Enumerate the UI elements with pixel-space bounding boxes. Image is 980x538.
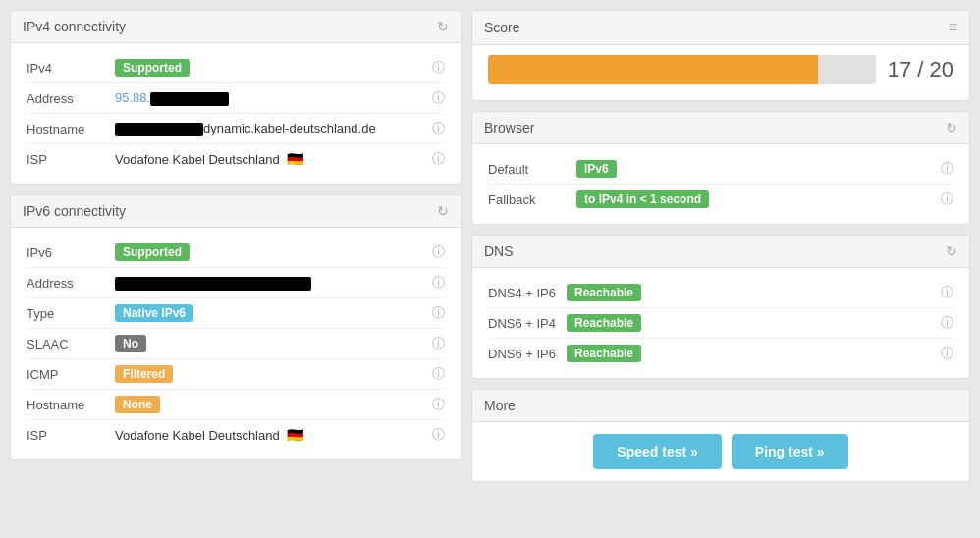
- ipv6-isp-value: Vodafone Kabel Deutschland 🇩🇪: [115, 427, 424, 443]
- browser-default-badge: IPv6: [576, 160, 617, 178]
- table-row: Fallback to IPv4 in < 1 second ⓘ: [488, 185, 953, 214]
- dns6-ip6-help[interactable]: ⓘ: [941, 345, 953, 362]
- dns6-ip6-badge: Reachable: [567, 345, 641, 362]
- table-row: Address ⓘ: [27, 268, 445, 298]
- ipv4-address-redacted: [150, 92, 229, 106]
- ipv4-address-partial: 95.88.: [115, 90, 150, 105]
- score-bar-fill: [488, 55, 818, 84]
- ipv6-title: IPv6 connectivity: [23, 203, 126, 219]
- browser-refresh-icon[interactable]: ↻: [946, 120, 957, 135]
- table-row: ISP Vodafone Kabel Deutschland 🇩🇪 ⓘ: [27, 144, 445, 174]
- ipv6-hostname-label: Hostname: [27, 398, 115, 412]
- ipv4-hostname-help[interactable]: ⓘ: [432, 120, 445, 137]
- ipv6-body: IPv6 Supported ⓘ Address ⓘ Type: [11, 228, 461, 459]
- ipv6-hostname-help[interactable]: ⓘ: [432, 396, 445, 413]
- ipv6-icmp-badge: Filtered: [115, 365, 173, 383]
- dns6-ip4-value: Reachable: [567, 314, 933, 332]
- dns6-ip6-label: DNS6 + IP6: [488, 347, 567, 361]
- ipv4-address-value: 95.88.: [115, 90, 424, 106]
- browser-body: Default IPv6 ⓘ Fallback to IPv4 in < 1 s…: [472, 144, 969, 224]
- germany-flag-icon: 🇩🇪: [287, 151, 303, 167]
- score-header: Score ≡: [472, 11, 969, 45]
- ipv6-ipv6-label: IPv6: [27, 245, 115, 260]
- left-column: IPv4 connectivity ↻ IPv4 Supported ⓘ Add…: [10, 10, 462, 482]
- ipv4-address-help[interactable]: ⓘ: [432, 89, 445, 107]
- ipv6-hostname-badge: None: [115, 396, 160, 413]
- browser-default-label: Default: [488, 162, 576, 177]
- ipv4-isp-label: ISP: [27, 152, 115, 167]
- germany-flag-icon2: 🇩🇪: [287, 427, 303, 443]
- ipv6-slaac-value: No: [115, 335, 424, 352]
- ipv4-refresh-icon[interactable]: ↻: [437, 19, 449, 34]
- score-list-icon[interactable]: ≡: [949, 19, 957, 36]
- browser-default-value: IPv6: [576, 160, 933, 178]
- ipv6-type-help[interactable]: ⓘ: [432, 304, 445, 322]
- ipv6-type-value: Native IPv6: [115, 304, 424, 322]
- score-bar-track: [488, 55, 876, 84]
- ipv6-slaac-help[interactable]: ⓘ: [432, 335, 445, 352]
- table-row: Default IPv6 ⓘ: [488, 154, 953, 185]
- ipv6-address-redacted: [115, 277, 311, 291]
- score-bar-container: 17 / 20: [472, 45, 969, 100]
- ipv6-slaac-badge: No: [115, 335, 146, 352]
- table-row: IPv4 Supported ⓘ: [27, 53, 445, 83]
- main-layout: IPv4 connectivity ↻ IPv4 Supported ⓘ Add…: [10, 10, 970, 482]
- ipv6-icmp-label: ICMP: [27, 367, 115, 382]
- table-row: ISP Vodafone Kabel Deutschland 🇩🇪 ⓘ: [27, 420, 445, 450]
- dns6-ip6-value: Reachable: [567, 345, 933, 362]
- ipv6-isp-label: ISP: [27, 428, 115, 443]
- table-row: Type Native IPv6 ⓘ: [27, 298, 445, 329]
- ipv6-type-badge: Native IPv6: [115, 304, 193, 322]
- dns4-ip6-help[interactable]: ⓘ: [941, 284, 953, 301]
- dns-card: DNS ↻ DNS4 + IP6 Reachable ⓘ DNS6 + IP4 …: [471, 235, 970, 379]
- ping-test-button[interactable]: Ping test »: [732, 434, 848, 469]
- ipv6-header: IPv6 connectivity ↻: [11, 195, 461, 228]
- speed-test-button[interactable]: Speed test »: [593, 434, 721, 469]
- ipv6-card: IPv6 connectivity ↻ IPv6 Supported ⓘ Add…: [10, 194, 462, 460]
- more-header: More: [472, 390, 969, 422]
- table-row: DNS6 + IP4 Reachable ⓘ: [488, 308, 953, 339]
- ipv4-ipv4-label: IPv4: [27, 61, 115, 76]
- ipv6-ipv6-help[interactable]: ⓘ: [432, 243, 445, 261]
- browser-fallback-badge: to IPv4 in < 1 second: [576, 190, 709, 208]
- ipv6-address-value: [115, 275, 424, 291]
- dns4-ip6-badge: Reachable: [567, 284, 641, 301]
- browser-fallback-help[interactable]: ⓘ: [941, 190, 953, 208]
- ipv6-address-help[interactable]: ⓘ: [432, 274, 445, 292]
- ipv4-header: IPv4 connectivity ↻: [11, 11, 461, 43]
- dns-body: DNS4 + IP6 Reachable ⓘ DNS6 + IP4 Reacha…: [472, 268, 969, 378]
- ipv6-slaac-label: SLAAC: [27, 337, 115, 351]
- ipv6-ipv6-value: Supported: [115, 243, 424, 261]
- ipv6-address-label: Address: [27, 276, 115, 291]
- ipv4-isp-value: Vodafone Kabel Deutschland 🇩🇪: [115, 151, 424, 167]
- right-column: Score ≡ 17 / 20 Browser ↻ Default: [471, 10, 970, 482]
- ipv4-ipv4-help[interactable]: ⓘ: [432, 59, 445, 77]
- ipv4-ipv4-value: Supported: [115, 59, 424, 77]
- ipv6-refresh-icon[interactable]: ↻: [437, 203, 449, 219]
- ipv4-card: IPv4 connectivity ↻ IPv4 Supported ⓘ Add…: [10, 10, 462, 185]
- ipv6-isp-help[interactable]: ⓘ: [432, 426, 445, 444]
- ipv4-supported-badge: Supported: [115, 59, 190, 77]
- dns6-ip4-label: DNS6 + IP4: [488, 316, 567, 331]
- browser-fallback-label: Fallback: [488, 192, 576, 207]
- ipv4-hostname-redacted: [115, 123, 203, 136]
- table-row: Hostname dynamic.kabel-deutschland.de ⓘ: [27, 114, 445, 144]
- browser-default-help[interactable]: ⓘ: [941, 160, 953, 178]
- ipv4-isp-help[interactable]: ⓘ: [432, 150, 445, 168]
- score-title: Score: [484, 20, 520, 35]
- table-row: DNS6 + IP6 Reachable ⓘ: [488, 339, 953, 368]
- ipv4-hostname-label: Hostname: [27, 122, 115, 136]
- dns-title: DNS: [484, 243, 514, 259]
- more-card: More Speed test » Ping test »: [471, 389, 970, 482]
- ipv6-hostname-value: None: [115, 396, 424, 413]
- dns-refresh-icon[interactable]: ↻: [946, 243, 957, 259]
- ipv6-supported-badge: Supported: [115, 243, 190, 261]
- dns6-ip4-help[interactable]: ⓘ: [941, 314, 953, 332]
- browser-title: Browser: [484, 120, 534, 135]
- dns4-ip6-value: Reachable: [567, 284, 933, 301]
- dns-header: DNS ↻: [472, 236, 969, 268]
- ipv6-icmp-help[interactable]: ⓘ: [432, 365, 445, 383]
- table-row: Hostname None ⓘ: [27, 390, 445, 420]
- browser-card: Browser ↻ Default IPv6 ⓘ Fallback to IPv…: [471, 111, 970, 225]
- ipv6-type-label: Type: [27, 306, 115, 321]
